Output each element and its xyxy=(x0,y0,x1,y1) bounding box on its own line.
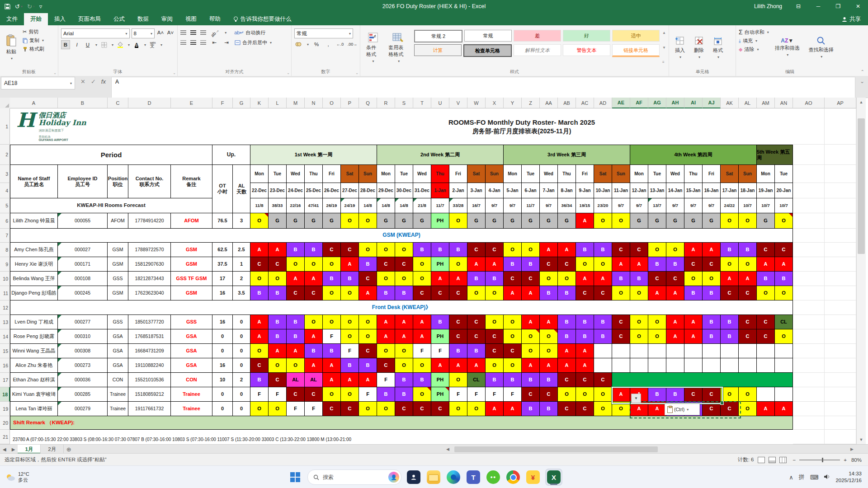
shift-cell[interactable]: O xyxy=(630,286,648,300)
shift-cell[interactable]: PH xyxy=(431,373,449,387)
shift-cell[interactable]: C xyxy=(486,329,504,344)
shift-cell[interactable]: O xyxy=(250,272,269,286)
shift-cell[interactable]: A xyxy=(684,329,703,344)
column-header-AJ[interactable]: AJ xyxy=(703,98,721,108)
staff-al[interactable]: 0 xyxy=(233,358,250,373)
shift-cell[interactable]: O xyxy=(504,315,522,329)
staff-name[interactable]: Alice Zhu 朱春艳 xyxy=(10,358,58,373)
bold-button[interactable]: B xyxy=(61,40,70,49)
shift-cell[interactable]: AL xyxy=(287,373,305,387)
font-name-combo[interactable]: Arial▾ xyxy=(61,28,130,38)
shift-cell[interactable]: A xyxy=(757,257,775,272)
shift-cell[interactable]: A xyxy=(612,257,630,272)
shift-cell[interactable]: A xyxy=(558,344,576,358)
tab-file[interactable]: 文件 xyxy=(0,13,24,25)
shift-cell[interactable]: A xyxy=(305,329,323,344)
shift-cell[interactable]: B xyxy=(359,358,377,373)
shift-cell[interactable]: B xyxy=(449,243,467,257)
shift-cell[interactable]: C xyxy=(449,315,467,329)
shift-cell[interactable]: B xyxy=(576,315,594,329)
shift-cell[interactable]: A xyxy=(576,272,594,286)
staff-ot[interactable]: 0 xyxy=(212,402,233,416)
wechat-app-icon[interactable]: ●● xyxy=(486,469,501,485)
shift-cell[interactable] xyxy=(721,358,739,373)
day-name-cell[interactable]: Thu xyxy=(558,165,576,183)
shift-cell[interactable] xyxy=(648,358,666,373)
shift-cell[interactable]: O xyxy=(775,329,793,344)
shift-cell[interactable] xyxy=(666,344,684,358)
shift-cell[interactable]: B xyxy=(703,329,721,344)
row-header-2[interactable]: 2 xyxy=(0,145,10,165)
shift-cell[interactable]: O xyxy=(359,213,377,229)
column-header-T[interactable]: T xyxy=(413,98,431,108)
shift-cell[interactable]: B xyxy=(250,286,269,300)
number-format-combo[interactable]: 常规▾ xyxy=(294,28,353,38)
shift-cell[interactable]: O xyxy=(269,272,287,286)
row-header-7[interactable]: 7 xyxy=(0,229,10,243)
decrease-decimal-icon[interactable]: .00→ xyxy=(348,40,357,48)
shift-cell[interactable]: A xyxy=(305,358,323,373)
staff-remark[interactable]: GSS xyxy=(171,315,212,329)
date-cell[interactable]: 26-Dec xyxy=(323,183,341,198)
increase-indent-icon[interactable]: ⇥ xyxy=(222,38,231,47)
accounting-format-icon[interactable] xyxy=(294,40,302,48)
forecast-cell[interactable]: 9/7 xyxy=(630,198,648,213)
shift-cell[interactable]: A xyxy=(558,243,576,257)
name-box[interactable]: AE18▾ xyxy=(1,77,75,89)
shift-cell[interactable]: F xyxy=(269,387,287,402)
date-cell[interactable]: 4-Jan xyxy=(486,183,504,198)
shift-cell[interactable]: O xyxy=(449,257,467,272)
shift-cell[interactable]: B xyxy=(395,373,413,387)
shift-cell[interactable]: A xyxy=(359,373,377,387)
staff-id[interactable]: 000027 xyxy=(58,243,108,257)
staff-name[interactable]: Ethan Zhao 赵梓淇 xyxy=(10,373,58,387)
shift-cell[interactable]: B xyxy=(431,243,449,257)
cell-dropdown-button[interactable]: ▼ xyxy=(631,394,641,403)
empty-cell[interactable] xyxy=(825,108,856,145)
shift-cell[interactable]: O xyxy=(721,213,739,229)
day-name-cell[interactable]: Tue xyxy=(395,165,413,183)
date-cell[interactable]: 12-Jan xyxy=(630,183,648,198)
column-header-AG[interactable]: AG xyxy=(648,98,666,108)
shift-cell[interactable]: G xyxy=(684,213,703,229)
staff-al[interactable]: 2.5 xyxy=(233,243,250,257)
column-header-AB[interactable]: AB xyxy=(558,98,576,108)
shift-cell[interactable]: A xyxy=(540,315,558,329)
weather-widget[interactable]: 12°C多云 xyxy=(0,471,73,483)
shift-cell[interactable]: C xyxy=(684,387,703,402)
vertical-scroll-thumb[interactable] xyxy=(858,118,865,254)
shift-cell[interactable]: B xyxy=(666,257,684,272)
staff-contact[interactable]: 17623623040 xyxy=(128,286,171,300)
shift-cell[interactable]: A xyxy=(431,272,449,286)
staff-al[interactable]: 2 xyxy=(233,373,250,387)
forecast-cell[interactable]: 9/7 xyxy=(666,198,684,213)
column-header-P[interactable]: P xyxy=(341,98,359,108)
align-right-icon[interactable] xyxy=(200,40,206,45)
shift-cell[interactable]: B xyxy=(413,373,431,387)
shift-cell[interactable]: O xyxy=(250,402,269,416)
account-name[interactable]: Lilith Zhong xyxy=(754,3,782,9)
day-name-cell[interactable]: Thu xyxy=(684,165,703,183)
style-normal2[interactable]: 常规 2 xyxy=(414,30,462,42)
shift-cell[interactable]: B xyxy=(558,286,576,300)
column-header-AH[interactable]: AH xyxy=(666,98,684,108)
shift-cell[interactable] xyxy=(739,358,757,373)
staff-ot[interactable]: 16 xyxy=(212,358,233,373)
day-name-cell[interactable]: Sun xyxy=(739,165,757,183)
empty-cell[interactable] xyxy=(793,257,825,272)
staff-ot[interactable]: 37.5 xyxy=(212,257,233,272)
shift-cell[interactable]: A xyxy=(431,358,449,373)
day-name-cell[interactable]: Tue xyxy=(269,165,287,183)
column-header-C[interactable]: C xyxy=(108,98,128,108)
zoom-out-icon[interactable]: − xyxy=(793,457,796,463)
staff-name[interactable]: Belinda Wang 王萍 xyxy=(10,272,58,286)
empty-cell[interactable] xyxy=(825,358,856,373)
empty-cell[interactable] xyxy=(793,344,825,358)
shift-cell[interactable]: C xyxy=(576,373,594,387)
shift-cell[interactable] xyxy=(630,358,648,373)
style-good[interactable]: 好 xyxy=(563,30,610,42)
staff-name[interactable]: Winni Wang 王晶晶 xyxy=(10,344,58,358)
date-cell[interactable]: 25-Dec xyxy=(305,183,323,198)
day-name-cell[interactable]: Mon xyxy=(377,165,395,183)
tab-formulas[interactable]: 公式 xyxy=(107,13,131,25)
